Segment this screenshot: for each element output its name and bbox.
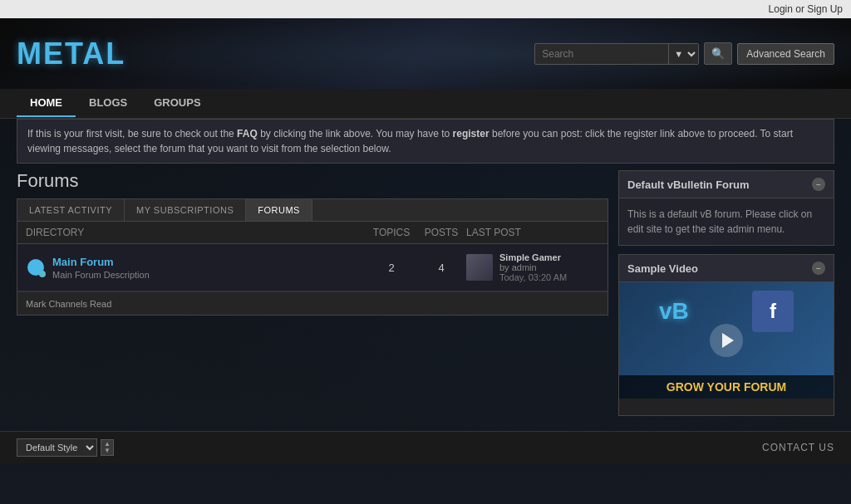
style-selector: Default Style ▲ ▼ xyxy=(17,438,114,457)
col-header-posts: Posts xyxy=(416,227,466,238)
signup-link[interactable]: Sign Up xyxy=(807,3,843,15)
search-area: ▼ 🔍 Advanced Search xyxy=(534,42,834,65)
widget-title-vb-forum: Default vBulletin Forum xyxy=(627,179,750,191)
forums-title: Forums xyxy=(17,170,608,192)
tab-my-subscriptions[interactable]: MY SUBSCRIPTIONS xyxy=(125,199,246,221)
top-bar: Login or Sign Up xyxy=(0,0,851,18)
col-header-lastpost: Last Post xyxy=(466,227,599,238)
main-nav: HOME BLOGS GROUPS xyxy=(0,89,851,119)
widget-collapse-btn-sample-video[interactable]: − xyxy=(812,262,825,275)
forum-status-icon xyxy=(27,259,44,276)
nav-item-blogs[interactable]: BLOGS xyxy=(76,90,140,117)
forum-last-post: Simple Gamer by admin Today, 03:20 AM xyxy=(466,252,599,282)
notice-bar: If this is your first visit, be sure to … xyxy=(17,119,834,164)
style-arrows[interactable]: ▲ ▼ xyxy=(101,439,114,456)
forum-description: Main Forum Description xyxy=(52,270,366,280)
forum-posts-count: 4 xyxy=(416,262,466,274)
play-arrow-icon xyxy=(722,333,734,348)
avatar-image xyxy=(466,254,493,281)
nav-item-groups[interactable]: GROUPS xyxy=(140,90,214,117)
forum-directory-cell: Main Forum Main Forum Description xyxy=(26,256,366,280)
col-header-directory: Directory xyxy=(26,227,366,238)
last-post-title[interactable]: Simple Gamer xyxy=(499,252,567,262)
forums-tabs: LATEST ACTIVITY MY SUBSCRIPTIONS FORUMS xyxy=(17,198,608,221)
tab-latest-activity[interactable]: LATEST ACTIVITY xyxy=(17,199,125,221)
contact-us-link[interactable]: CONTACT US xyxy=(762,442,834,453)
table-row: Main Forum Main Forum Description 2 4 Si… xyxy=(17,244,608,291)
arrow-down-icon: ▼ xyxy=(104,448,111,454)
last-post-avatar xyxy=(466,254,493,281)
search-button[interactable]: 🔍 xyxy=(704,42,732,65)
mark-read-bar: Mark Channels Read xyxy=(17,291,608,315)
forum-name[interactable]: Main Forum xyxy=(52,256,366,268)
widget-title-sample-video: Sample Video xyxy=(627,262,698,275)
site-logo: METAL xyxy=(17,37,125,71)
or-text: or xyxy=(795,3,804,15)
login-link[interactable]: Login xyxy=(769,3,793,15)
header: METAL ▼ 🔍 Advanced Search xyxy=(0,18,851,89)
notice-text-before-faq: If this is your first visit, be sure to … xyxy=(27,128,234,139)
mark-channels-read-link[interactable]: Mark Channels Read xyxy=(26,299,111,309)
widget-sample-video: Sample Video − vB f GROW YOUR FORUM xyxy=(618,254,834,416)
widget-header-vb-forum: Default vBulletin Forum − xyxy=(619,171,834,198)
last-post-by: by admin xyxy=(499,262,567,272)
video-ad-bottom xyxy=(619,399,834,415)
widget-collapse-btn-vb-forum[interactable]: − xyxy=(812,178,825,191)
forum-topics-count: 2 xyxy=(366,262,416,274)
widget-body-vb-forum: This is a default vB forum. Please click… xyxy=(619,198,834,245)
col-header-topics: Topics xyxy=(366,227,416,238)
widget-header-sample-video: Sample Video − xyxy=(619,255,834,282)
play-button[interactable] xyxy=(710,324,743,357)
video-thumbnail: vB f GROW YOUR FORUM xyxy=(619,282,834,399)
nav-item-home[interactable]: HOME xyxy=(17,90,76,117)
widget-default-vb-forum: Default vBulletin Forum − This is a defa… xyxy=(618,170,834,246)
style-select-dropdown[interactable]: Default Style xyxy=(17,438,97,457)
forum-icon xyxy=(26,257,46,277)
forum-table: Directory Topics Posts Last Post Main Fo… xyxy=(17,221,608,316)
table-header: Directory Topics Posts Last Post xyxy=(17,222,608,244)
register-link[interactable]: register xyxy=(453,128,489,139)
search-dropdown[interactable]: ▼ xyxy=(668,44,698,64)
footer: Default Style ▲ ▼ CONTACT US xyxy=(0,431,851,463)
sidebar: Default vBulletin Forum − This is a defa… xyxy=(618,170,834,424)
search-wrapper: ▼ xyxy=(534,43,699,65)
content-area: Forums LATEST ACTIVITY MY SUBSCRIPTIONS … xyxy=(0,164,851,431)
forums-section: Forums LATEST ACTIVITY MY SUBSCRIPTIONS … xyxy=(17,170,608,424)
tab-forums[interactable]: FORUMS xyxy=(246,199,312,221)
search-input[interactable] xyxy=(535,44,668,64)
last-post-time: Today, 03:20 AM xyxy=(499,272,567,282)
forum-info: Main Forum Main Forum Description xyxy=(52,256,366,280)
faq-link[interactable]: FAQ xyxy=(237,128,258,139)
advanced-search-button[interactable]: Advanced Search xyxy=(737,43,834,65)
video-grow-text: GROW YOUR FORUM xyxy=(619,375,834,399)
last-post-info: Simple Gamer by admin Today, 03:20 AM xyxy=(499,252,567,282)
notice-text-after-faq: by clicking the link above. You may have… xyxy=(260,128,450,139)
